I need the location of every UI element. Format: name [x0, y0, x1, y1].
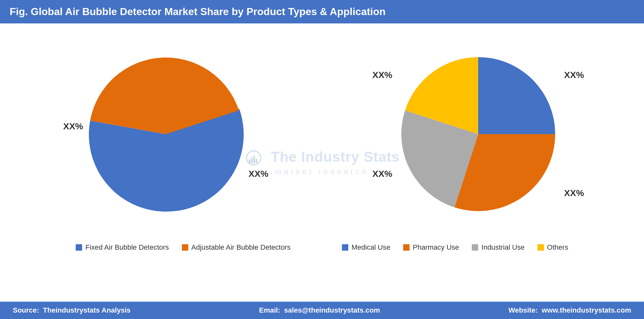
legend-color-others [538, 244, 544, 251]
legend-color-pharmacy [403, 244, 410, 251]
email-label: Email: [259, 306, 280, 314]
legend-label-medical: Medical Use [352, 243, 390, 252]
page-wrapper: Fig. Global Air Bubble Detector Market S… [0, 0, 644, 319]
right-label-tl: XX% [372, 70, 392, 80]
legend-item-pharmacy: Pharmacy Use [403, 243, 459, 252]
footer-website: Website: www.theindustrystats.com [508, 306, 631, 315]
left-pie-chart-v2 [82, 51, 249, 218]
right-label-tr: XX% [564, 70, 584, 80]
source-value: Theindustrystats Analysis [43, 306, 131, 314]
legend-item-others: Others [538, 243, 568, 252]
legend-item-fixed: Fixed Air Bubble Detectors [76, 243, 169, 252]
right-chart-wrapper: XX% XX% XX% XX% [395, 51, 562, 218]
charts-area: The Industry Stats market research XX% X… [0, 23, 644, 302]
legend-label-others: Others [547, 243, 568, 252]
legend-label-fixed: Fixed Air Bubble Detectors [85, 243, 169, 252]
email-value: sales@theindustrystats.com [284, 306, 380, 314]
right-label-bl: XX% [372, 169, 392, 179]
footer-source: Source: Theindustrystats Analysis [13, 306, 131, 315]
legend-color-industrial [472, 244, 478, 251]
legend-group-right: Medical Use Pharmacy Use Industrial Use … [342, 243, 568, 252]
header-bar: Fig. Global Air Bubble Detector Market S… [0, 0, 644, 23]
page-title: Fig. Global Air Bubble Detector Market S… [10, 6, 386, 17]
legend-area: Fixed Air Bubble Detectors Adjustable Ai… [0, 238, 644, 256]
legend-color-fixed [76, 244, 82, 251]
right-label-br: XX% [564, 188, 584, 198]
right-pie-chart [395, 51, 562, 218]
source-label: Source: [13, 306, 39, 314]
legend-label-pharmacy: Pharmacy Use [413, 243, 459, 252]
legend-color-medical [342, 244, 348, 251]
left-chart-label-blue: XX% [249, 169, 268, 179]
website-label: Website: [508, 306, 538, 314]
legend-label-adjustable: Adjustable Air Bubble Detectors [191, 243, 291, 252]
website-value: www.theindustrystats.com [542, 306, 631, 314]
legend-color-adjustable [182, 244, 188, 251]
footer-bar: Source: Theindustrystats Analysis Email:… [0, 302, 644, 319]
left-chart-label-orange: XX% [63, 121, 83, 132]
legend-item-medical: Medical Use [342, 243, 390, 252]
charts-row: XX% XX% [0, 23, 644, 235]
legend-item-industrial: Industrial Use [472, 243, 525, 252]
left-chart-wrapper: XX% XX% [82, 51, 249, 218]
legend-label-industrial: Industrial Use [481, 243, 525, 252]
footer-email: Email: sales@theindustrystats.com [259, 306, 380, 315]
legend-item-adjustable: Adjustable Air Bubble Detectors [182, 243, 291, 252]
legend-group-left: Fixed Air Bubble Detectors Adjustable Ai… [76, 243, 291, 252]
